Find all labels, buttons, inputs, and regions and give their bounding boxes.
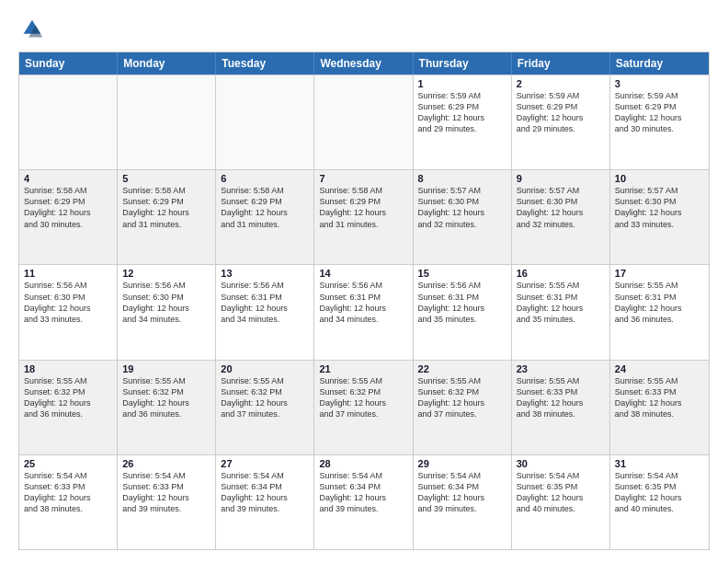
cell-text: Sunrise: 5:54 AM Sunset: 6:33 PM Dayligh… (122, 470, 210, 515)
day-number: 19 (122, 363, 210, 374)
calendar-cell: 8Sunrise: 5:57 AM Sunset: 6:30 PM Daylig… (414, 170, 512, 264)
cell-text: Sunrise: 5:55 AM Sunset: 6:32 PM Dayligh… (418, 375, 506, 420)
calendar-cell: 10Sunrise: 5:57 AM Sunset: 6:30 PM Dayli… (610, 170, 709, 264)
cell-text: Sunrise: 5:56 AM Sunset: 6:30 PM Dayligh… (122, 280, 210, 325)
day-number: 22 (418, 363, 506, 374)
cell-text: Sunrise: 5:56 AM Sunset: 6:31 PM Dayligh… (418, 280, 506, 325)
day-number: 1 (418, 78, 506, 89)
calendar-header-cell: Wednesday (314, 52, 413, 75)
calendar-cell: 6Sunrise: 5:58 AM Sunset: 6:29 PM Daylig… (216, 170, 314, 264)
calendar-cell: 22Sunrise: 5:55 AM Sunset: 6:32 PM Dayli… (414, 361, 512, 454)
day-number: 12 (122, 268, 210, 279)
day-number: 30 (517, 458, 605, 469)
cell-text: Sunrise: 5:59 AM Sunset: 6:29 PM Dayligh… (517, 90, 605, 135)
cell-text: Sunrise: 5:55 AM Sunset: 6:32 PM Dayligh… (319, 375, 407, 420)
day-number: 29 (418, 458, 506, 469)
calendar-cell: 23Sunrise: 5:55 AM Sunset: 6:33 PM Dayli… (512, 361, 610, 454)
day-number: 26 (122, 458, 210, 469)
calendar-cell: 15Sunrise: 5:56 AM Sunset: 6:31 PM Dayli… (414, 265, 512, 359)
logo (18, 17, 48, 42)
day-number: 3 (615, 78, 704, 89)
cell-text: Sunrise: 5:56 AM Sunset: 6:31 PM Dayligh… (319, 280, 407, 325)
cell-text: Sunrise: 5:58 AM Sunset: 6:29 PM Dayligh… (24, 185, 112, 230)
day-number: 23 (517, 363, 605, 374)
day-number: 17 (615, 268, 704, 279)
day-number: 24 (615, 363, 704, 374)
calendar-cell: 19Sunrise: 5:55 AM Sunset: 6:32 PM Dayli… (118, 361, 216, 454)
day-number: 31 (615, 458, 704, 469)
calendar-cell: 16Sunrise: 5:55 AM Sunset: 6:31 PM Dayli… (512, 265, 610, 359)
cell-text: Sunrise: 5:55 AM Sunset: 6:33 PM Dayligh… (517, 375, 605, 420)
calendar: SundayMondayTuesdayWednesdayThursdayFrid… (18, 52, 710, 550)
calendar-cell: 30Sunrise: 5:54 AM Sunset: 6:35 PM Dayli… (512, 455, 610, 549)
day-number: 21 (319, 363, 407, 374)
cell-text: Sunrise: 5:58 AM Sunset: 6:29 PM Dayligh… (319, 185, 407, 230)
calendar-header-cell: Friday (512, 52, 610, 75)
calendar-cell: 17Sunrise: 5:55 AM Sunset: 6:31 PM Dayli… (610, 265, 709, 359)
header (18, 17, 710, 42)
day-number: 14 (319, 268, 407, 279)
calendar-row: 18Sunrise: 5:55 AM Sunset: 6:32 PM Dayli… (19, 360, 709, 454)
cell-text: Sunrise: 5:57 AM Sunset: 6:30 PM Dayligh… (615, 185, 704, 230)
calendar-cell: 1Sunrise: 5:59 AM Sunset: 6:29 PM Daylig… (414, 75, 512, 169)
page: SundayMondayTuesdayWednesdayThursdayFrid… (0, 0, 728, 563)
day-number: 27 (221, 458, 309, 469)
calendar-cell: 31Sunrise: 5:54 AM Sunset: 6:35 PM Dayli… (610, 455, 709, 549)
day-number: 20 (221, 363, 309, 374)
cell-text: Sunrise: 5:54 AM Sunset: 6:35 PM Dayligh… (615, 470, 704, 515)
day-number: 4 (24, 173, 112, 184)
calendar-header-row: SundayMondayTuesdayWednesdayThursdayFrid… (19, 52, 709, 75)
calendar-cell: 14Sunrise: 5:56 AM Sunset: 6:31 PM Dayli… (314, 265, 413, 359)
cell-text: Sunrise: 5:55 AM Sunset: 6:31 PM Dayligh… (517, 280, 605, 325)
cell-text: Sunrise: 5:59 AM Sunset: 6:29 PM Dayligh… (615, 90, 704, 135)
calendar-row: 1Sunrise: 5:59 AM Sunset: 6:29 PM Daylig… (19, 75, 709, 169)
calendar-header-cell: Saturday (610, 52, 709, 75)
calendar-cell: 20Sunrise: 5:55 AM Sunset: 6:32 PM Dayli… (216, 361, 314, 454)
cell-text: Sunrise: 5:54 AM Sunset: 6:35 PM Dayligh… (517, 470, 605, 515)
calendar-cell: 9Sunrise: 5:57 AM Sunset: 6:30 PM Daylig… (512, 170, 610, 264)
day-number: 15 (418, 268, 506, 279)
day-number: 8 (418, 173, 506, 184)
cell-text: Sunrise: 5:56 AM Sunset: 6:31 PM Dayligh… (221, 280, 309, 325)
cell-text: Sunrise: 5:58 AM Sunset: 6:29 PM Dayligh… (221, 185, 309, 230)
calendar-cell: 4Sunrise: 5:58 AM Sunset: 6:29 PM Daylig… (19, 170, 118, 264)
calendar-cell: 2Sunrise: 5:59 AM Sunset: 6:29 PM Daylig… (512, 75, 610, 169)
calendar-cell: 29Sunrise: 5:54 AM Sunset: 6:34 PM Dayli… (414, 455, 512, 549)
calendar-cell: 26Sunrise: 5:54 AM Sunset: 6:33 PM Dayli… (118, 455, 216, 549)
calendar-cell: 24Sunrise: 5:55 AM Sunset: 6:33 PM Dayli… (610, 361, 709, 454)
day-number: 5 (122, 173, 210, 184)
day-number: 11 (24, 268, 112, 279)
calendar-cell: 11Sunrise: 5:56 AM Sunset: 6:30 PM Dayli… (19, 265, 118, 359)
calendar-cell: 18Sunrise: 5:55 AM Sunset: 6:32 PM Dayli… (19, 361, 118, 454)
cell-text: Sunrise: 5:55 AM Sunset: 6:32 PM Dayligh… (221, 375, 309, 420)
calendar-row: 11Sunrise: 5:56 AM Sunset: 6:30 PM Dayli… (19, 264, 709, 359)
calendar-header-cell: Thursday (414, 52, 512, 75)
cell-text: Sunrise: 5:55 AM Sunset: 6:32 PM Dayligh… (24, 375, 112, 420)
day-number: 16 (517, 268, 605, 279)
day-number: 25 (24, 458, 112, 469)
cell-text: Sunrise: 5:54 AM Sunset: 6:34 PM Dayligh… (418, 470, 506, 515)
day-number: 18 (24, 363, 112, 374)
cell-text: Sunrise: 5:54 AM Sunset: 6:34 PM Dayligh… (221, 470, 309, 515)
empty-cell (118, 75, 216, 169)
day-number: 28 (319, 458, 407, 469)
calendar-cell: 27Sunrise: 5:54 AM Sunset: 6:34 PM Dayli… (216, 455, 314, 549)
cell-text: Sunrise: 5:57 AM Sunset: 6:30 PM Dayligh… (517, 185, 605, 230)
logo-icon (18, 17, 44, 42)
day-number: 6 (221, 173, 309, 184)
cell-text: Sunrise: 5:56 AM Sunset: 6:30 PM Dayligh… (24, 280, 112, 325)
calendar-header-cell: Monday (118, 52, 216, 75)
day-number: 9 (517, 173, 605, 184)
cell-text: Sunrise: 5:54 AM Sunset: 6:34 PM Dayligh… (319, 470, 407, 515)
cell-text: Sunrise: 5:58 AM Sunset: 6:29 PM Dayligh… (122, 185, 210, 230)
day-number: 2 (517, 78, 605, 89)
empty-cell (216, 75, 314, 169)
calendar-header-cell: Tuesday (216, 52, 314, 75)
day-number: 13 (221, 268, 309, 279)
calendar-cell: 28Sunrise: 5:54 AM Sunset: 6:34 PM Dayli… (314, 455, 413, 549)
calendar-cell: 5Sunrise: 5:58 AM Sunset: 6:29 PM Daylig… (118, 170, 216, 264)
calendar-cell: 25Sunrise: 5:54 AM Sunset: 6:33 PM Dayli… (19, 455, 118, 549)
cell-text: Sunrise: 5:54 AM Sunset: 6:33 PM Dayligh… (24, 470, 112, 515)
calendar-row: 4Sunrise: 5:58 AM Sunset: 6:29 PM Daylig… (19, 169, 709, 264)
cell-text: Sunrise: 5:55 AM Sunset: 6:33 PM Dayligh… (615, 375, 704, 420)
